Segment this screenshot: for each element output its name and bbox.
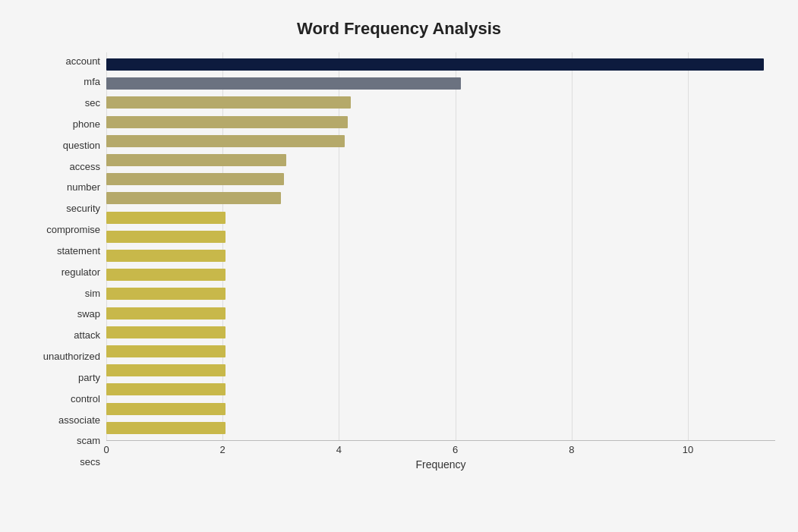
y-label-control: control	[71, 390, 100, 407]
bar-row-phone	[106, 114, 775, 131]
bar-number	[106, 173, 284, 185]
bar-control	[106, 364, 226, 376]
bar-row-swap	[106, 285, 775, 302]
bar-row-number	[106, 171, 775, 187]
x-tick-10: 10	[683, 444, 693, 455]
y-label-security: security	[66, 200, 100, 217]
y-label-attack: attack	[74, 327, 100, 344]
bar-compromise	[106, 212, 226, 224]
y-label-party: party	[78, 369, 100, 386]
y-axis-labels: accountmfasecphonequestionaccessnumberse…	[23, 52, 106, 471]
bar-mfa	[106, 77, 461, 90]
bar-regulator	[106, 250, 226, 262]
y-label-phone: phone	[73, 115, 100, 132]
bar-row-account	[106, 56, 775, 73]
bar-phone	[106, 116, 348, 128]
bar-sim	[106, 269, 226, 281]
bar-row-mfa	[106, 75, 775, 92]
bar-row-statement	[106, 228, 775, 245]
y-label-access: access	[70, 158, 100, 175]
bar-unauthorized	[106, 326, 226, 338]
x-tick-2: 2	[220, 444, 226, 455]
bar-row-compromise	[106, 209, 775, 226]
bar-swap	[106, 288, 226, 300]
bar-party	[106, 345, 226, 357]
bar-associate	[106, 383, 226, 395]
bar-secs	[106, 422, 226, 434]
bar-row-attack	[106, 305, 775, 322]
bars-and-xaxis: Frequency 0246810	[106, 52, 775, 471]
bar-row-sec	[106, 94, 775, 111]
y-label-scam: scam	[77, 433, 100, 449]
y-label-swap: swap	[77, 306, 100, 323]
chart-area: accountmfasecphonequestionaccessnumberse…	[23, 52, 775, 471]
x-tick-4: 4	[336, 444, 342, 455]
bars-wrapper	[106, 52, 775, 440]
y-label-mfa: mfa	[84, 74, 100, 90]
bar-question	[106, 135, 345, 147]
bar-access	[106, 154, 286, 166]
x-axis: Frequency 0246810	[106, 440, 775, 471]
bar-attack	[106, 307, 226, 320]
y-label-associate: associate	[58, 411, 100, 428]
bar-row-question	[106, 133, 775, 150]
y-label-secs: secs	[80, 454, 100, 471]
bar-statement	[106, 231, 226, 243]
y-label-unauthorized: unauthorized	[43, 348, 100, 365]
bar-row-scam	[106, 401, 775, 417]
x-tick-0: 0	[103, 444, 109, 455]
y-label-sec: sec	[85, 95, 100, 112]
bar-account	[106, 58, 764, 71]
bars-plot	[106, 52, 775, 440]
y-label-sim: sim	[85, 285, 100, 301]
bar-row-security	[106, 190, 775, 206]
bar-row-regulator	[106, 247, 775, 264]
y-label-question: question	[63, 137, 100, 153]
x-axis-label: Frequency	[106, 458, 775, 471]
x-tick-6: 6	[453, 444, 458, 455]
y-label-regulator: regulator	[62, 263, 100, 280]
bar-row-control	[106, 362, 775, 379]
chart-title: Word Frequency Analysis	[23, 15, 775, 39]
bar-row-sim	[106, 266, 775, 283]
y-label-statement: statement	[57, 242, 100, 259]
bar-row-access	[106, 152, 775, 168]
bar-row-associate	[106, 381, 775, 398]
bar-scam	[106, 403, 226, 415]
y-label-account: account	[65, 52, 100, 69]
bar-row-secs	[106, 420, 775, 436]
x-tick-8: 8	[569, 444, 574, 455]
bar-row-unauthorized	[106, 324, 775, 341]
bar-row-party	[106, 343, 775, 360]
y-label-compromise: compromise	[46, 222, 100, 238]
bar-sec	[106, 96, 351, 109]
bar-security	[106, 192, 281, 204]
chart-container: Word Frequency Analysis accountmfasecpho…	[0, 0, 798, 532]
y-label-number: number	[67, 179, 100, 196]
